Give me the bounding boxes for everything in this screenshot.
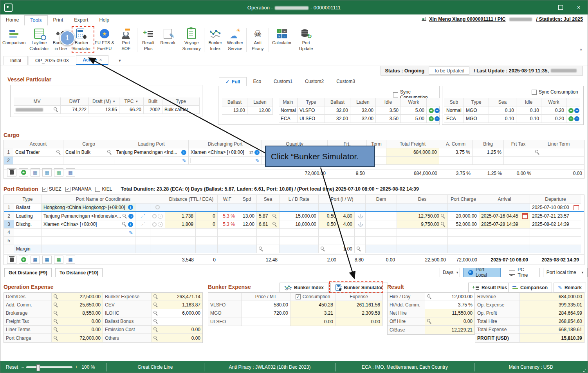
total-freight-field[interactable]: 684,000.00 xyxy=(386,148,439,157)
dem-field[interactable] xyxy=(366,220,397,229)
brkg-field[interactable]: 1.25 % xyxy=(473,148,504,157)
port-name-field[interactable]: Xiamen <China> [+08:00] xyxy=(41,220,135,229)
tab-full[interactable]: ✓Full xyxy=(219,77,247,86)
menu-print[interactable]: Print xyxy=(48,15,69,25)
tab-custom1[interactable]: Custom1 xyxy=(267,77,299,86)
route-icon[interactable] xyxy=(141,222,145,227)
weather-factor[interactable]: 5.3 % xyxy=(218,212,237,220)
menu-home[interactable]: Home xyxy=(0,15,24,25)
leg-type[interactable]: Ballast xyxy=(14,204,41,211)
gauge-icon[interactable] xyxy=(158,214,163,219)
toolbar-voyage-summary[interactable]: VoyageSummary xyxy=(180,27,203,52)
tab-eco[interactable]: Eco xyxy=(247,77,267,86)
discharging-port-field[interactable] xyxy=(189,157,262,165)
departure-field[interactable]: 2025-07-10 08:00 xyxy=(530,204,581,211)
price-field[interactable]: 580.00 xyxy=(242,301,290,309)
leg-type[interactable]: Dischg. xyxy=(14,220,41,229)
map-pin-icon[interactable] xyxy=(152,222,157,227)
freight-tax-field[interactable]: 0.00 xyxy=(52,317,103,326)
col-tpc[interactable]: TPC▼ xyxy=(119,97,144,106)
edit-icon[interactable] xyxy=(255,158,260,164)
liner-term-field[interactable] xyxy=(533,148,584,157)
tab-op[interactable]: OP_2025-09-03 xyxy=(29,56,75,65)
loading-port-field[interactable] xyxy=(114,157,189,165)
discharging-port-field[interactable]: Xiamen <China> [+08:00]⇄ xyxy=(189,148,262,157)
search-icon[interactable] xyxy=(441,214,446,218)
toolbar-anti-piracy[interactable]: AntiPiracy xyxy=(248,27,267,52)
edit-icon[interactable] xyxy=(182,158,186,164)
search-icon[interactable] xyxy=(153,311,158,315)
search-icon[interactable] xyxy=(153,294,158,299)
remove-icon[interactable] xyxy=(435,116,440,121)
search-icon[interactable] xyxy=(122,222,127,227)
info-icon[interactable] xyxy=(181,150,186,155)
tab-initial[interactable]: Initial xyxy=(4,56,28,65)
port-charge-field[interactable]: 72,000.00 xyxy=(52,334,103,342)
distance-eca[interactable]: 0 xyxy=(196,220,218,229)
info-icon[interactable] xyxy=(128,222,133,227)
reset-button[interactable]: Reset xyxy=(6,364,18,370)
margin-sea-field[interactable] xyxy=(257,245,280,253)
search-icon[interactable] xyxy=(427,319,432,324)
value-cell[interactable]: 0.10 xyxy=(489,115,516,123)
account-field[interactable] xyxy=(13,157,63,165)
canal-suez[interactable]: SUEZ xyxy=(42,186,61,192)
bunker-expense-field[interactable]: 263,471.14 xyxy=(152,293,202,301)
tab-list-dropdown-icon[interactable]: ▼ xyxy=(118,59,121,65)
search-icon[interactable] xyxy=(259,247,263,251)
port-name-field[interactable] xyxy=(41,229,135,237)
toolbar-calculator[interactable]: +−×= Calculator xyxy=(270,27,294,47)
canal-panama[interactable]: PANAMA xyxy=(65,186,92,192)
ribbon-collapse-chevron[interactable]: ^ xyxy=(580,48,582,53)
cargo-field[interactable] xyxy=(63,157,114,165)
search-icon[interactable] xyxy=(107,150,112,155)
toolbar-remark[interactable]: Remark xyxy=(158,27,178,47)
port-work-days[interactable]: 4.80 xyxy=(338,212,355,220)
comparison-button[interactable]: Comparison xyxy=(508,283,552,292)
route-icon[interactable] xyxy=(141,213,145,219)
port-idle-days[interactable]: 0.50 xyxy=(319,220,338,229)
value-cell[interactable]: 5.00 xyxy=(401,115,427,123)
weather-factor[interactable]: 5.3 % xyxy=(218,220,237,229)
checkbox-icon[interactable] xyxy=(532,90,537,95)
ld-rate[interactable]: 15,000.00 xyxy=(280,212,319,220)
info-icon[interactable] xyxy=(128,214,133,219)
value-cell[interactable]: 0.20 xyxy=(541,115,566,123)
ld-rate[interactable]: 18,000.00 xyxy=(280,220,319,229)
menu-export[interactable]: Export xyxy=(69,15,94,25)
distance-ttl[interactable]: 1,809 xyxy=(165,220,196,229)
checkbox-icon[interactable] xyxy=(296,294,301,299)
days-dropdown[interactable]: Days▼ xyxy=(440,268,460,277)
search-icon[interactable] xyxy=(153,336,158,341)
add-comm-field[interactable]: 25,650.00 xyxy=(52,301,103,309)
speed[interactable]: 13.00 xyxy=(237,212,257,220)
laden-speed[interactable]: 12.00 xyxy=(247,106,273,115)
fuel-type[interactable]: ULSFO xyxy=(298,115,325,123)
menu-help[interactable]: Help xyxy=(94,15,115,25)
port-idle-days[interactable]: 0.50 xyxy=(319,212,338,220)
remove-icon[interactable] xyxy=(435,108,440,113)
search-icon[interactable] xyxy=(153,327,158,332)
toolbar-laytime-calculator[interactable]: LaytimeCalculator xyxy=(27,27,51,52)
search-icon[interactable] xyxy=(441,222,446,227)
minimize-button[interactable]: – xyxy=(534,0,552,14)
margin-port-field[interactable] xyxy=(319,245,338,253)
toolbar-eu-ets-fueleu[interactable]: EU ETS &FuelEU xyxy=(93,27,116,52)
speed[interactable]: 12.00 xyxy=(237,220,257,229)
sea-days[interactable]: 6.61 xyxy=(257,220,280,229)
tab-active[interactable]: Active× xyxy=(76,55,108,65)
result-plus-button[interactable]: + Result Plus xyxy=(468,283,511,292)
edit-icon[interactable] xyxy=(129,230,133,236)
map-pin-icon[interactable] xyxy=(152,214,157,218)
others-field[interactable]: 0.00 xyxy=(152,334,202,342)
close-button[interactable]: × xyxy=(570,0,588,14)
toolbar-bunker-index[interactable]: BunkerIndex xyxy=(206,27,225,52)
menu-tools[interactable]: Tools xyxy=(24,15,47,26)
port-local-time-dropdown[interactable]: Port local time▼ xyxy=(543,268,588,277)
value-cell[interactable]: 5.00 xyxy=(401,106,427,115)
arrival-field[interactable]: 2025-07-16 04:45 xyxy=(479,212,530,220)
pc-time-toggle[interactable]: PC Time xyxy=(504,268,539,277)
tab-close-icon[interactable]: × xyxy=(99,57,102,63)
zoom-slider[interactable] xyxy=(26,366,72,368)
search-icon[interactable] xyxy=(54,303,58,307)
